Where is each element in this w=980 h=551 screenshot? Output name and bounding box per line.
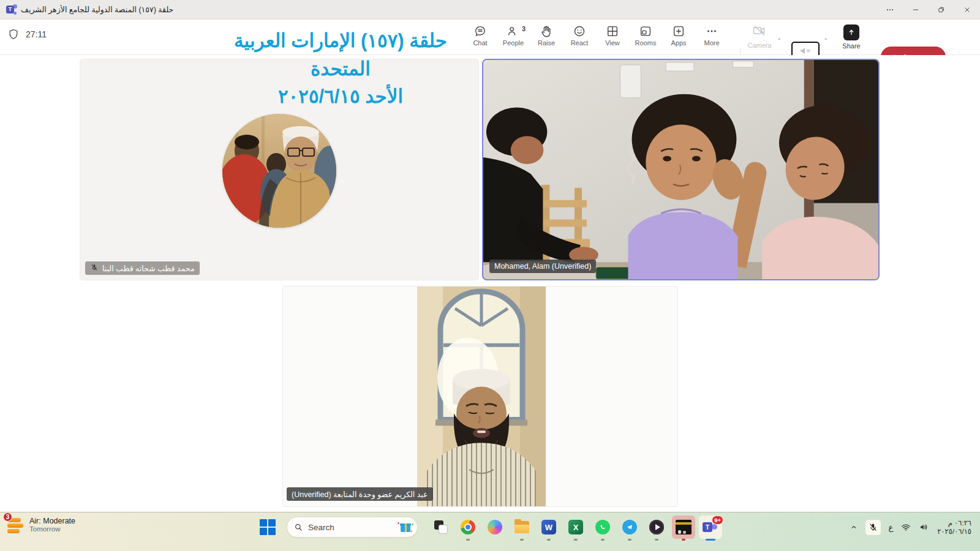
participant-name: محمد قطب شحاته قطب البنا [102,264,195,273]
gift-promo-icon [400,522,411,532]
episode-title-text: حلقة (١٥٧) الإمارات العربية المتحدة [221,27,461,83]
window-title: حلقة (١٥٧) المنصة الدولية للجامع الأزهر … [21,5,173,14]
clock[interactable]: ٠٦:٢٦ م ٢٠٢٥/٠٦/١٥ [937,519,971,536]
weather-widget[interactable]: 3 Air: Moderate Tomorrow [6,515,75,534]
taskbar-task-view[interactable] [428,512,454,542]
chat-icon [473,23,487,38]
raise-hand-icon [540,23,553,38]
taskbar-copilot[interactable] [481,512,508,542]
rooms-button[interactable]: Rooms [629,23,662,53]
search-box[interactable]: Search [287,517,418,538]
taskbar-telegram[interactable] [616,512,643,542]
people-icon: 3 [507,23,520,38]
volume-icon[interactable] [919,522,930,533]
teams-meeting-window: T حلقة (١٥٧) المنصة الدولية للجامع الأزه… [0,0,980,551]
taskbar-media-player[interactable] [643,512,670,542]
tray-overflow-chevron-icon[interactable] [850,523,858,531]
chrome-icon [461,520,475,534]
episode-date-text: الأحد ٢٠٢٥/٦/١٥ [221,83,461,110]
meeting-toolbar: 27:11 Chat 3 People Raise [0,20,980,55]
taskbar-file-explorer[interactable] [508,512,535,542]
mic-options-chevron-icon[interactable]: ⌄ [823,34,828,41]
react-smiley-icon [573,23,586,38]
shield-icon [7,28,20,40]
tray-date: ٢٠٢٥/٠٦/١٥ [937,527,971,536]
search-placeholder: Search [308,523,395,532]
windows-logo-icon [260,519,267,527]
chat-button[interactable]: Chat [464,23,497,53]
telegram-icon [622,520,637,534]
view-button[interactable]: View [596,23,629,53]
video-tile-portrait[interactable]: عبد الكريم عضو وحدة المتابعة (Unverified… [282,286,678,507]
restore-icon[interactable] [929,0,954,20]
excel-icon: X [568,520,583,534]
tray-mic-muted-icon[interactable] [865,520,881,535]
camera-options-chevron-icon[interactable]: ⌄ [777,34,782,41]
more-button[interactable]: More [695,23,728,53]
people-button[interactable]: 3 People [497,23,530,53]
search-icon [293,522,303,532]
taskbar-word[interactable]: W [535,512,562,542]
rooms-icon [639,23,652,38]
taskbar-chrome[interactable] [454,512,481,542]
portrait-video [417,287,546,506]
taskbar-excel[interactable]: X [562,512,589,542]
tray-time: ٠٦:٢٦ م [937,519,971,527]
window-title-bar: T حلقة (١٥٧) المنصة الدولية للجامع الأزه… [0,0,980,20]
react-button[interactable]: React [563,23,596,53]
avatar [222,114,336,228]
meeting-stage: حلقة (١٥٧) الإمارات العربية المتحدة الأح… [0,55,980,512]
camera-off-icon [752,23,767,40]
windows-taskbar: 3 Air: Moderate Tomorrow Search [0,512,980,551]
camera-button-disabled[interactable]: Camera [745,23,774,53]
share-arrow-icon [843,24,859,40]
teams-notification-badge: 9+ [712,515,723,525]
share-button[interactable]: Share [837,24,866,50]
minimize-icon[interactable] [903,0,929,20]
taskbar-whatsapp[interactable] [589,512,616,542]
start-button[interactable] [260,519,276,535]
apps-button[interactable]: Apps [662,23,695,53]
system-tray: ع ٠٦:٢٦ م ٢٠٢٥/٠٦/١٥ [850,512,980,542]
taskbar-quran-app[interactable] [670,512,697,542]
copilot-icon [488,520,502,534]
participant-name: Mohamed, Alam (Unverified) [494,262,591,271]
titlebar-more-icon[interactable] [877,0,903,20]
participant-name-pill: عبد الكريم عضو وحدة المتابعة (Unverified… [287,487,433,501]
participant-name-pill: Mohamed, Alam (Unverified) [489,260,596,273]
raise-hand-button[interactable]: Raise [530,23,563,53]
participant-name: عبد الكريم عضو وحدة المتابعة (Unverified… [292,490,428,499]
taskbar-teams[interactable]: T 9+ [697,512,724,542]
whatsapp-icon [595,520,610,534]
video-tile-active-speaker[interactable]: Mohamed, Alam (Unverified) [482,59,880,280]
apps-plus-icon [672,23,685,38]
episode-heading: حلقة (١٥٧) الإمارات العربية المتحدة الأح… [221,27,461,110]
teams-icon: T 9+ [703,520,718,534]
kaaba-image-icon [676,520,692,534]
people-count-badge: 3 [522,25,526,32]
haze-weather-icon: 3 [6,515,24,534]
media-player-icon [649,520,664,534]
file-explorer-icon [514,521,529,533]
view-grid-icon [606,23,619,38]
weather-primary-text: Air: Moderate [29,517,75,525]
participant-name-pill: محمد قطب شحاته قطب البنا [85,261,200,275]
mic-off-icon [90,263,99,274]
weather-secondary-text: Tomorrow [29,525,75,533]
task-view-icon [434,520,448,534]
sheikh-video-scene [417,287,546,506]
language-indicator[interactable]: ع [888,523,893,532]
weather-alert-badge: 3 [3,512,12,522]
teams-app-icon: T [6,4,17,15]
close-icon[interactable] [954,0,980,20]
wifi-icon[interactable] [900,522,911,533]
avatar-photo-scene [222,114,336,228]
meeting-timer: 27:11 [26,29,47,39]
kids-video-scene [483,60,878,279]
more-dots-icon [705,23,718,38]
word-icon: W [541,520,556,534]
